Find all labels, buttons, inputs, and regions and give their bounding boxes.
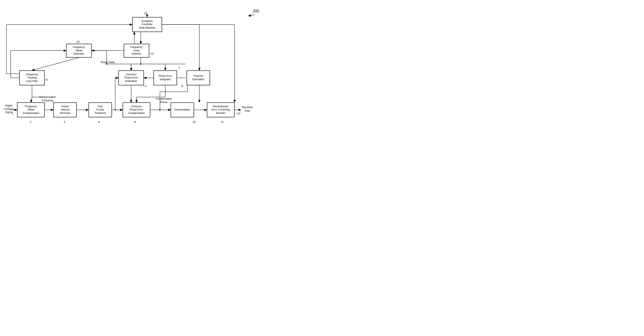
deinterleaver-box: Deinterleaver/Error CorrectingDecoder	[207, 102, 234, 117]
label-4: 4	[98, 120, 100, 124]
frequency-offset-estimator-box: FrequencyOffsetEstimator	[66, 44, 92, 58]
fast-fourier-transform-box: FastFourierTransform	[88, 102, 112, 117]
guard-interval-removal-box: GuardIntervalRemoval	[53, 102, 77, 117]
compensation-phase-label: CompensationPhase	[153, 97, 174, 104]
common-phase-error-compensation-box: CommonPhase ErrorCompensation	[122, 102, 150, 117]
label-3: 3	[64, 120, 65, 124]
frequency-offset-compensation-box: FrequencyOffsetCompensation	[17, 102, 45, 117]
svg-line-1	[248, 15, 255, 16]
channel-estimation-box: ChannelEstimation	[186, 70, 210, 85]
label-11: 11	[221, 120, 224, 124]
label-7: 7	[178, 67, 180, 70]
svg-point-44	[159, 109, 160, 111]
exception-controller-box: ExceptionControllerState Machine	[132, 17, 162, 32]
frequency-tracking-loop-filter-box: FrequencyTrackingLoop Filter	[19, 70, 45, 85]
svg-point-41	[114, 109, 116, 111]
label-6: ~6	[44, 78, 48, 81]
label-5: ~5	[143, 85, 146, 88]
label-2: 2	[30, 120, 31, 124]
label-10: 10	[192, 120, 196, 124]
label-9: 9	[181, 85, 183, 88]
block-diagram: ExceptionControllerState Machine Frequen…	[0, 0, 322, 168]
svg-line-18	[31, 97, 32, 102]
label-13: ~13	[149, 52, 154, 55]
phase-error-integrator-box: Phase ErrorIntegrator	[154, 70, 177, 85]
frequency-jump-detector-box: FrequencyJumpDetector	[124, 44, 149, 58]
compensation-frequency-label: CompensationFrequency	[36, 96, 59, 102]
label-8: 8	[134, 120, 136, 124]
svg-point-40	[140, 63, 142, 65]
digital-complex-signal-label: DigitalComplexSignal	[1, 104, 16, 114]
svg-line-6	[32, 58, 79, 70]
phase-delta-label: Phase Delta	[97, 61, 118, 64]
label-200: 200	[253, 9, 259, 14]
common-phase-error-estimation-box: CommonPhase ErrorEstimation	[118, 70, 144, 85]
label-15: 15	[144, 12, 147, 15]
demodulation-box: Demodulation	[170, 102, 194, 117]
received-data-label: ReceivedData	[239, 106, 256, 112]
label-14: 14	[76, 40, 79, 43]
